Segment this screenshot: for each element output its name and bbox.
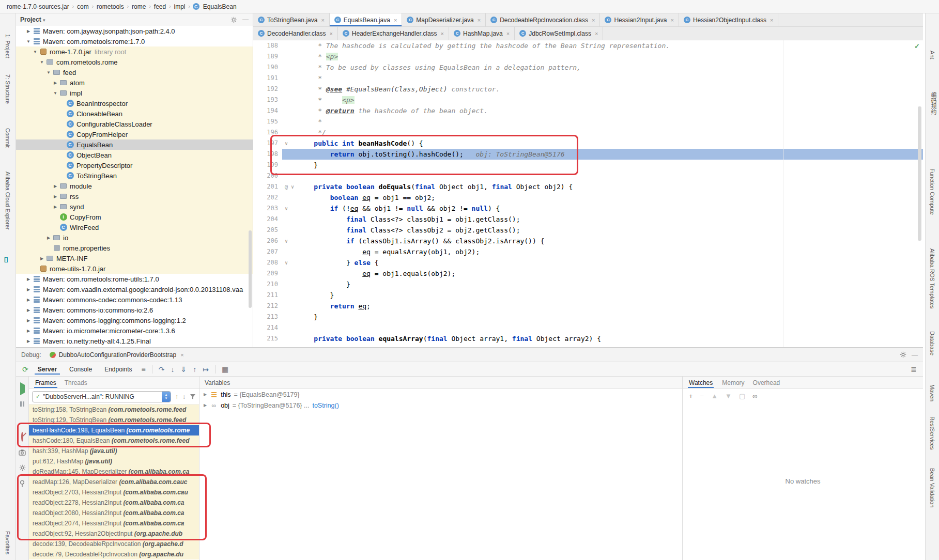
stack-frame[interactable]: toString:158, ToStringBean (com.rometool… (29, 405, 199, 415)
stack-frame[interactable]: beanHashCode:198, EqualsBean (com.rometo… (29, 425, 199, 435)
close-icon[interactable]: × (329, 30, 332, 37)
view-tab-server[interactable]: Server (35, 364, 60, 375)
close-icon[interactable]: × (506, 30, 510, 37)
close-icon[interactable]: × (441, 30, 444, 37)
stack-frame[interactable]: doReadMap:145, MapDeserializer (com.alib… (29, 466, 199, 477)
force-step-into-icon[interactable]: ⇓ (180, 365, 187, 374)
chevron-right-icon[interactable]: ▶ (204, 403, 207, 408)
chevron-right-icon[interactable]: ▶ (52, 81, 59, 85)
thread-selector[interactable]: ✓ "DubboServerH...ain": RUNNING ▲▼ (32, 391, 171, 402)
stack-frame[interactable]: decode:139, DecodeableRpcInvocation (org… (29, 539, 199, 549)
project-tree-item-configurableclassloader[interactable]: CConfigurableClassLoader (16, 119, 253, 129)
chevron-down-icon[interactable]: ▼ (32, 50, 39, 54)
stack-frame[interactable]: readObject:2074, Hessian2Input (com.alib… (29, 518, 199, 528)
breadcrumb-item-rometools[interactable]: rometools (95, 3, 126, 10)
project-tree-item-maven-com-rometools-rome-1-7-0[interactable]: ▼Maven: com.rometools:rome:1.7.0 (16, 36, 253, 46)
chevron-down-icon[interactable]: ▼ (52, 91, 59, 96)
run-to-cursor-icon[interactable]: ↦ (203, 365, 209, 374)
chevron-right-icon[interactable]: ▶ (25, 277, 32, 282)
project-tree-item-maven-commons-logging-commons-logging-1-2[interactable]: ▶Maven: commons-logging:commons-logging:… (16, 315, 253, 325)
watches-tab-overhead[interactable]: Overhead (753, 379, 780, 386)
project-tree-item-maven-commons-io-commons-io-2-6[interactable]: ▶Maven: commons-io:commons-io:2.6 (16, 305, 253, 315)
chevron-right-icon[interactable]: ▶ (45, 236, 52, 240)
chevron-right-icon[interactable]: ▶ (25, 329, 32, 333)
layout-settings-icon[interactable]: ≣ (911, 365, 917, 374)
toolwindow-button-编码规约[interactable]: 编码规约 (929, 92, 937, 115)
watches-tab-memory[interactable]: Memory (722, 379, 744, 386)
chevron-right-icon[interactable]: ▶ (52, 184, 59, 189)
frames-tab-threads[interactable]: Threads (65, 379, 87, 386)
close-icon[interactable]: × (770, 17, 773, 23)
stack-frame[interactable]: hashCode:180, EqualsBean (com.rometools.… (29, 435, 199, 446)
step-into-icon[interactable]: ↓ (171, 365, 174, 374)
brackets-icon[interactable]: [] (4, 256, 8, 262)
chevron-right-icon[interactable]: ▶ (25, 298, 32, 302)
stack-frame[interactable]: readObject:2278, Hessian2Input (com.alib… (29, 497, 199, 508)
toolwindow-button-7-structure[interactable]: 7: Structure (5, 74, 11, 104)
project-tree-item-rome-properties[interactable]: rome.properties (16, 243, 253, 253)
toolwindow-button-favorites[interactable]: Favorites (5, 531, 11, 554)
pin-button[interactable] (19, 480, 25, 488)
close-icon[interactable]: × (478, 17, 481, 23)
project-tree-item-cloneablebean[interactable]: CCloneableBean (16, 108, 253, 119)
stack-frame[interactable]: decode:79, DecodeableRpcInvocation (org.… (29, 549, 199, 559)
project-tree-item-maven-com-rometools-rome-utils-1-7-0[interactable]: ▶Maven: com.rometools:rome-utils:1.7.0 (16, 274, 253, 284)
project-tree-item-objectbean[interactable]: CObjectBean (16, 150, 253, 160)
breadcrumb-item-com[interactable]: com (75, 3, 90, 10)
scrollbar[interactable] (918, 106, 921, 241)
rerun-icon[interactable]: ⟳ (22, 365, 28, 374)
stack-frame[interactable]: put:612, HashMap (java.util) (29, 456, 199, 466)
inspections-ok-icon[interactable]: ✓ (914, 42, 920, 50)
project-tree-item-maven-com-jayway-jsonpath-json-path-2-4-0[interactable]: ▶Maven: com.jayway.jsonpath:json-path:2.… (16, 26, 253, 36)
editor-tab-hessian2input-java[interactable]: CHessian2Input.java× (600, 13, 679, 26)
settings-icon[interactable] (900, 351, 906, 358)
project-tree-item-maven-io-micrometer-micrometer-core-1-3-6[interactable]: ▶Maven: io.micrometer:micrometer-core:1.… (16, 325, 253, 336)
fold-marker-icon[interactable]: @ ∨ (282, 181, 298, 192)
project-tree-item-io[interactable]: ▶io (16, 232, 253, 243)
chevron-right-icon[interactable]: ▶ (25, 339, 32, 344)
project-tree-item-equalsbean[interactable]: CEqualsBean (16, 139, 253, 150)
breadcrumb-item-equalsbean[interactable]: EqualsBean (202, 3, 238, 10)
project-tree-item-rome-1-7-0-jar[interactable]: ▼rome-1.7.0.jarlibrary root (16, 46, 253, 57)
code-editor[interactable]: 188 * The hashcode is calculated by gett… (253, 40, 923, 347)
resume-button[interactable] (20, 385, 25, 393)
chevron-right-icon[interactable]: ▶ (25, 308, 32, 313)
editor-tab-hessian2objectinput-class[interactable]: CHessian2ObjectInput.class× (679, 13, 779, 26)
chevron-down-icon[interactable]: ▼ (25, 39, 32, 44)
toolwindow-button-function-compute[interactable]: Function Compute (929, 168, 935, 215)
move-up-icon[interactable]: ▲ (711, 392, 718, 400)
breadcrumb-item-impl[interactable]: impl (173, 3, 187, 10)
project-tree-item-maven-io-netty-netty-all-4-1-25-final[interactable]: ▶Maven: io.netty:netty-all:4.1.25.Final (16, 336, 253, 346)
move-down-icon[interactable]: ▼ (725, 392, 732, 400)
toolwindow-button-1-project[interactable]: 1: Project (5, 34, 11, 58)
editor-tab-hashmap-java[interactable]: CHashMap.java× (449, 27, 515, 40)
remove-watch-icon[interactable]: − (700, 392, 704, 400)
editor-tab-headerexchangehandler-class[interactable]: CHeaderExchangeHandler.class× (338, 27, 449, 40)
project-tree-item-meta-inf[interactable]: ▶META-INF (16, 253, 253, 263)
fold-marker-icon[interactable]: ∨ (282, 257, 298, 268)
duplicate-watch-icon[interactable]: ▢ (739, 392, 745, 400)
toolwindow-button-commit[interactable]: Commit (5, 128, 11, 148)
editor-tab-decodehandler-class[interactable]: CDecodeHandler.class× (253, 27, 338, 40)
menu-icon[interactable]: ≡ (142, 365, 146, 374)
close-icon[interactable]: × (670, 17, 673, 23)
variable-row-obj[interactable]: ▶∞obj = {ToStringBean@5176} ... toString… (199, 400, 682, 411)
frames-tab-frames[interactable]: Frames (34, 378, 57, 388)
fold-marker-icon[interactable]: ∨ (282, 236, 298, 246)
project-tree-item-propertydescriptor[interactable]: CPropertyDescriptor (16, 160, 253, 170)
step-out-icon[interactable]: ↑ (193, 365, 196, 374)
stepper-icon[interactable]: ▲▼ (162, 392, 171, 402)
breadcrumb-item-rome-1-7-0-sources-jar[interactable]: rome-1.7.0-sources.jar (5, 3, 71, 10)
chevron-down-icon[interactable]: ▼ (38, 60, 45, 65)
frame-up-icon[interactable]: ↑ (175, 393, 178, 400)
fold-marker-icon[interactable]: ∨ (282, 203, 298, 214)
chevron-down-icon[interactable]: ▼ (45, 70, 52, 75)
toolwindow-button-bean-validation[interactable]: Bean Validation (929, 468, 935, 507)
stack-frame[interactable]: readObject:2080, Hessian2Input (com.alib… (29, 508, 199, 518)
chevron-right-icon[interactable]: ▶ (52, 194, 59, 199)
stack-frame[interactable]: readMap:126, MapDeserializer (com.alibab… (29, 477, 199, 487)
close-icon[interactable]: × (394, 17, 397, 23)
toolwindow-button-alibaba-ros-templates[interactable]: Alibaba ROS Templates (929, 248, 935, 309)
close-icon[interactable]: × (180, 352, 183, 358)
mute-breakpoints-button[interactable] (21, 433, 23, 441)
